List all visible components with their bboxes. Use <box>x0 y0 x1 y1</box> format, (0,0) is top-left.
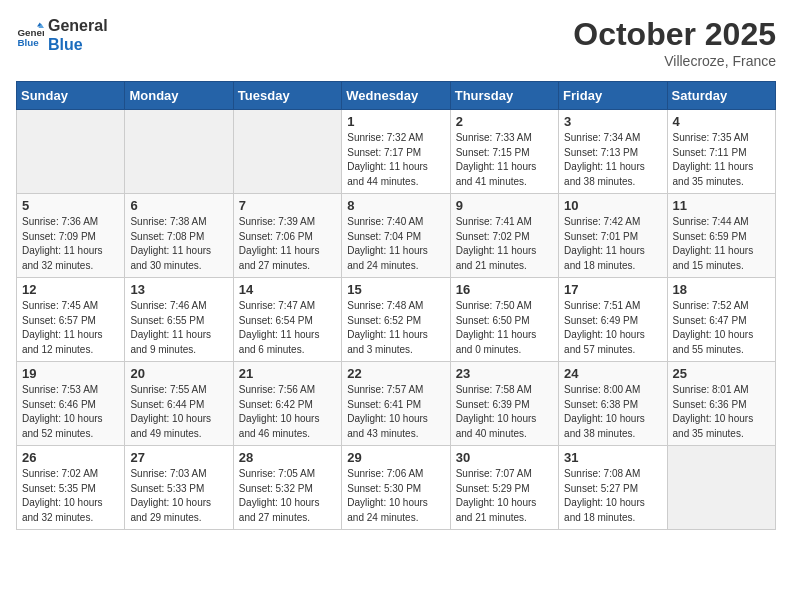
day-info: Sunrise: 7:03 AM Sunset: 5:33 PM Dayligh… <box>130 467 227 525</box>
month-title: October 2025 <box>573 16 776 53</box>
day-info: Sunrise: 7:51 AM Sunset: 6:49 PM Dayligh… <box>564 299 661 357</box>
calendar-cell: 10Sunrise: 7:42 AM Sunset: 7:01 PM Dayli… <box>559 194 667 278</box>
calendar-cell: 6Sunrise: 7:38 AM Sunset: 7:08 PM Daylig… <box>125 194 233 278</box>
day-info: Sunrise: 7:06 AM Sunset: 5:30 PM Dayligh… <box>347 467 444 525</box>
calendar-cell: 11Sunrise: 7:44 AM Sunset: 6:59 PM Dayli… <box>667 194 775 278</box>
calendar-cell: 30Sunrise: 7:07 AM Sunset: 5:29 PM Dayli… <box>450 446 558 530</box>
calendar-cell: 20Sunrise: 7:55 AM Sunset: 6:44 PM Dayli… <box>125 362 233 446</box>
calendar-cell: 31Sunrise: 7:08 AM Sunset: 5:27 PM Dayli… <box>559 446 667 530</box>
day-number: 10 <box>564 198 661 213</box>
day-number: 31 <box>564 450 661 465</box>
day-info: Sunrise: 7:38 AM Sunset: 7:08 PM Dayligh… <box>130 215 227 273</box>
weekday-header: Wednesday <box>342 82 450 110</box>
calendar-cell: 23Sunrise: 7:58 AM Sunset: 6:39 PM Dayli… <box>450 362 558 446</box>
calendar-cell: 28Sunrise: 7:05 AM Sunset: 5:32 PM Dayli… <box>233 446 341 530</box>
day-info: Sunrise: 7:36 AM Sunset: 7:09 PM Dayligh… <box>22 215 119 273</box>
day-number: 27 <box>130 450 227 465</box>
calendar-cell: 4Sunrise: 7:35 AM Sunset: 7:11 PM Daylig… <box>667 110 775 194</box>
logo-blue: Blue <box>48 35 108 54</box>
day-number: 3 <box>564 114 661 129</box>
day-number: 25 <box>673 366 770 381</box>
calendar-cell <box>667 446 775 530</box>
day-info: Sunrise: 7:35 AM Sunset: 7:11 PM Dayligh… <box>673 131 770 189</box>
day-info: Sunrise: 7:58 AM Sunset: 6:39 PM Dayligh… <box>456 383 553 441</box>
day-number: 23 <box>456 366 553 381</box>
day-info: Sunrise: 7:52 AM Sunset: 6:47 PM Dayligh… <box>673 299 770 357</box>
calendar-table: SundayMondayTuesdayWednesdayThursdayFrid… <box>16 81 776 530</box>
day-number: 18 <box>673 282 770 297</box>
calendar-cell: 18Sunrise: 7:52 AM Sunset: 6:47 PM Dayli… <box>667 278 775 362</box>
day-info: Sunrise: 8:00 AM Sunset: 6:38 PM Dayligh… <box>564 383 661 441</box>
day-info: Sunrise: 7:32 AM Sunset: 7:17 PM Dayligh… <box>347 131 444 189</box>
day-info: Sunrise: 7:07 AM Sunset: 5:29 PM Dayligh… <box>456 467 553 525</box>
calendar-week-row: 1Sunrise: 7:32 AM Sunset: 7:17 PM Daylig… <box>17 110 776 194</box>
day-info: Sunrise: 7:50 AM Sunset: 6:50 PM Dayligh… <box>456 299 553 357</box>
calendar-cell: 3Sunrise: 7:34 AM Sunset: 7:13 PM Daylig… <box>559 110 667 194</box>
calendar-cell: 14Sunrise: 7:47 AM Sunset: 6:54 PM Dayli… <box>233 278 341 362</box>
day-number: 15 <box>347 282 444 297</box>
weekday-header: Sunday <box>17 82 125 110</box>
day-info: Sunrise: 8:01 AM Sunset: 6:36 PM Dayligh… <box>673 383 770 441</box>
calendar-cell: 5Sunrise: 7:36 AM Sunset: 7:09 PM Daylig… <box>17 194 125 278</box>
day-info: Sunrise: 7:02 AM Sunset: 5:35 PM Dayligh… <box>22 467 119 525</box>
day-number: 9 <box>456 198 553 213</box>
logo: General Blue General Blue <box>16 16 108 54</box>
day-number: 2 <box>456 114 553 129</box>
day-number: 12 <box>22 282 119 297</box>
calendar-cell: 24Sunrise: 8:00 AM Sunset: 6:38 PM Dayli… <box>559 362 667 446</box>
day-info: Sunrise: 7:41 AM Sunset: 7:02 PM Dayligh… <box>456 215 553 273</box>
calendar-cell: 15Sunrise: 7:48 AM Sunset: 6:52 PM Dayli… <box>342 278 450 362</box>
day-number: 26 <box>22 450 119 465</box>
svg-text:Blue: Blue <box>17 37 39 48</box>
day-info: Sunrise: 7:47 AM Sunset: 6:54 PM Dayligh… <box>239 299 336 357</box>
calendar-week-row: 12Sunrise: 7:45 AM Sunset: 6:57 PM Dayli… <box>17 278 776 362</box>
day-info: Sunrise: 7:55 AM Sunset: 6:44 PM Dayligh… <box>130 383 227 441</box>
day-number: 17 <box>564 282 661 297</box>
logo-icon: General Blue <box>16 21 44 49</box>
calendar-cell: 2Sunrise: 7:33 AM Sunset: 7:15 PM Daylig… <box>450 110 558 194</box>
calendar-cell: 26Sunrise: 7:02 AM Sunset: 5:35 PM Dayli… <box>17 446 125 530</box>
calendar-cell: 17Sunrise: 7:51 AM Sunset: 6:49 PM Dayli… <box>559 278 667 362</box>
day-number: 11 <box>673 198 770 213</box>
day-number: 24 <box>564 366 661 381</box>
calendar-cell: 12Sunrise: 7:45 AM Sunset: 6:57 PM Dayli… <box>17 278 125 362</box>
day-number: 5 <box>22 198 119 213</box>
calendar-cell: 21Sunrise: 7:56 AM Sunset: 6:42 PM Dayli… <box>233 362 341 446</box>
day-info: Sunrise: 7:05 AM Sunset: 5:32 PM Dayligh… <box>239 467 336 525</box>
day-info: Sunrise: 7:57 AM Sunset: 6:41 PM Dayligh… <box>347 383 444 441</box>
day-number: 30 <box>456 450 553 465</box>
page-header: General Blue General Blue October 2025 V… <box>16 16 776 69</box>
day-info: Sunrise: 7:39 AM Sunset: 7:06 PM Dayligh… <box>239 215 336 273</box>
day-number: 22 <box>347 366 444 381</box>
day-info: Sunrise: 7:42 AM Sunset: 7:01 PM Dayligh… <box>564 215 661 273</box>
calendar-week-row: 19Sunrise: 7:53 AM Sunset: 6:46 PM Dayli… <box>17 362 776 446</box>
day-info: Sunrise: 7:34 AM Sunset: 7:13 PM Dayligh… <box>564 131 661 189</box>
calendar-cell: 25Sunrise: 8:01 AM Sunset: 6:36 PM Dayli… <box>667 362 775 446</box>
day-number: 20 <box>130 366 227 381</box>
calendar-cell: 19Sunrise: 7:53 AM Sunset: 6:46 PM Dayli… <box>17 362 125 446</box>
day-number: 28 <box>239 450 336 465</box>
location: Villecroze, France <box>573 53 776 69</box>
calendar-cell <box>125 110 233 194</box>
day-info: Sunrise: 7:33 AM Sunset: 7:15 PM Dayligh… <box>456 131 553 189</box>
calendar-cell: 22Sunrise: 7:57 AM Sunset: 6:41 PM Dayli… <box>342 362 450 446</box>
calendar-cell <box>233 110 341 194</box>
day-number: 16 <box>456 282 553 297</box>
calendar-cell <box>17 110 125 194</box>
day-number: 19 <box>22 366 119 381</box>
logo-general: General <box>48 16 108 35</box>
calendar-cell: 7Sunrise: 7:39 AM Sunset: 7:06 PM Daylig… <box>233 194 341 278</box>
calendar-cell: 13Sunrise: 7:46 AM Sunset: 6:55 PM Dayli… <box>125 278 233 362</box>
day-number: 8 <box>347 198 444 213</box>
day-info: Sunrise: 7:46 AM Sunset: 6:55 PM Dayligh… <box>130 299 227 357</box>
calendar-cell: 1Sunrise: 7:32 AM Sunset: 7:17 PM Daylig… <box>342 110 450 194</box>
day-info: Sunrise: 7:53 AM Sunset: 6:46 PM Dayligh… <box>22 383 119 441</box>
day-number: 4 <box>673 114 770 129</box>
calendar-cell: 9Sunrise: 7:41 AM Sunset: 7:02 PM Daylig… <box>450 194 558 278</box>
day-number: 6 <box>130 198 227 213</box>
weekday-header: Thursday <box>450 82 558 110</box>
weekday-header: Friday <box>559 82 667 110</box>
weekday-header: Monday <box>125 82 233 110</box>
day-number: 29 <box>347 450 444 465</box>
calendar-cell: 27Sunrise: 7:03 AM Sunset: 5:33 PM Dayli… <box>125 446 233 530</box>
